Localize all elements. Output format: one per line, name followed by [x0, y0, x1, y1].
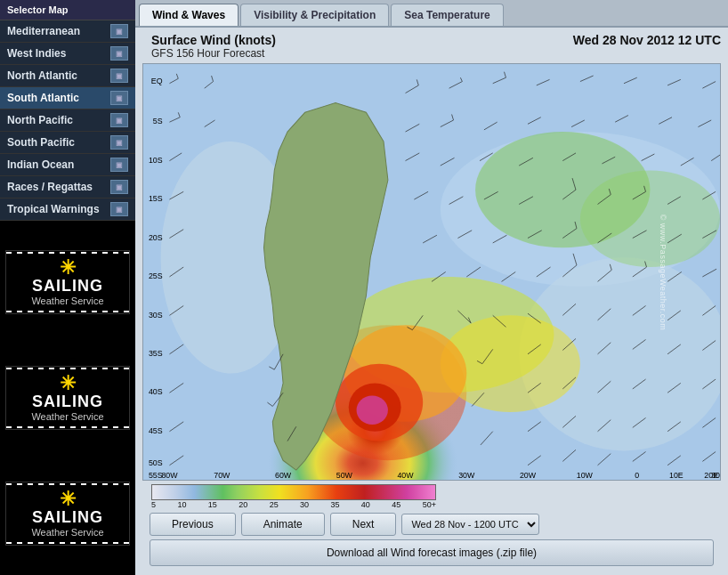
logo-sailing-3: SAILING [32, 509, 103, 527]
watermark: © www.PassageWeather.com [659, 214, 668, 330]
tab-bar: Wind & WavesVisibility & PrecipitationSe… [135, 0, 728, 28]
sidebar-item-label-tropical-warnings: Tropical Warnings [7, 203, 100, 215]
svg-text:45S: 45S [149, 425, 163, 434]
svg-text:60W: 60W [275, 470, 291, 479]
download-button[interactable]: Download all Wind forecast images (.zip … [150, 539, 714, 566]
svg-text:0: 0 [635, 470, 639, 479]
sidebar-header: Selector Map [0, 0, 135, 20]
sidebar-item-label-south-atlantic: South Atlantic [7, 92, 79, 104]
forecast-select[interactable]: Wed 28 Nov - 1200 UTC [401, 514, 539, 535]
tab-sea-temperature[interactable]: Sea Temperature [391, 4, 504, 26]
sidebar-item-icon-tropical-warnings: ▣ [110, 202, 128, 216]
sidebar-item-west-indies[interactable]: West Indies▣ [0, 43, 135, 65]
logo-divider-top-2 [6, 368, 129, 369]
map-container: Surface Wind (knots) GFS 156 Hour Foreca… [135, 28, 728, 575]
logo-divider-bot-3 [6, 542, 129, 544]
sidebar-item-icon-south-pacific: ▣ [110, 135, 128, 150]
sidebar-item-icon-mediterranean: ▣ [110, 24, 128, 38]
svg-text:10S: 10S [149, 155, 163, 164]
logo-3: ✳ SAILING Weather Service [5, 482, 130, 546]
svg-text:35S: 35S [149, 349, 163, 358]
sidebar-item-races-regattas[interactable]: Races / Regattas▣ [0, 176, 135, 198]
svg-text:50S: 50S [149, 458, 163, 466]
legend-num: 5 [151, 500, 156, 509]
legend-num: 15 [208, 500, 217, 509]
svg-text:10E: 10E [669, 470, 684, 479]
logo-weather-1: Weather Service [31, 296, 103, 306]
legend-gradient [151, 484, 436, 500]
sidebar-item-south-pacific[interactable]: South Pacific▣ [0, 132, 135, 154]
map-header: Surface Wind (knots) GFS 156 Hour Foreca… [142, 31, 721, 61]
logo-symbol-2: ✳ [60, 374, 76, 393]
svg-text:70W: 70W [214, 470, 230, 479]
animate-button[interactable]: Animate [241, 513, 325, 536]
logo-1: ✳ SAILING Weather Service [5, 250, 130, 314]
sidebar-item-icon-races-regattas: ▣ [110, 180, 128, 194]
svg-text:55S: 55S [149, 470, 163, 479]
sidebar-item-mediterranean[interactable]: Mediterranean▣ [0, 20, 135, 43]
sidebar: Selector Map Mediterranean▣West Indies▣N… [0, 0, 135, 575]
main-content: Wind & WavesVisibility & PrecipitationSe… [135, 0, 728, 575]
map-datetime: Wed 28 Nov 2012 12 UTC [573, 33, 721, 47]
sidebar-item-label-races-regattas: Races / Regattas [7, 181, 93, 193]
legend-wrapper: 5101520253035404550+ [142, 482, 721, 509]
legend-num: 10 [177, 500, 186, 509]
sidebar-item-indian-ocean[interactable]: Indian Ocean▣ [0, 154, 135, 176]
legend-num: 50+ [423, 500, 436, 509]
sidebar-item-icon-north-pacific: ▣ [110, 113, 128, 127]
logo-2: ✳ SAILING Weather Service [5, 366, 130, 430]
sidebar-item-label-south-pacific: South Pacific [7, 136, 75, 149]
sidebar-item-south-atlantic[interactable]: South Atlantic▣ [0, 87, 135, 109]
map-subtitle: GFS 156 Hour Forecast [151, 47, 276, 60]
sidebar-item-label-north-atlantic: North Atlantic [7, 69, 77, 82]
legend-num: 45 [392, 500, 400, 509]
svg-text:30W: 30W [458, 470, 474, 479]
logo-weather-2: Weather Service [31, 411, 103, 422]
logo-symbol-3: ✳ [60, 490, 76, 509]
tab-wind---waves[interactable]: Wind & Waves [139, 4, 239, 26]
sidebar-item-label-indian-ocean: Indian Ocean [7, 158, 74, 171]
sidebar-item-label-west-indies: West Indies [7, 47, 66, 60]
logo-divider-top-1 [6, 252, 129, 254]
weather-map: EQ 5S 10S 15S 20S 25S 30S 35S 40S 45S 50… [142, 63, 721, 481]
tab-visibility---precipitation[interactable]: Visibility & Precipitation [240, 4, 389, 26]
legend-num: 20 [239, 500, 247, 509]
svg-text:5S: 5S [153, 117, 163, 126]
sidebar-item-north-atlantic[interactable]: North Atlantic▣ [0, 65, 135, 87]
svg-text:25S: 25S [149, 271, 163, 280]
svg-text:EQ: EQ [151, 76, 163, 85]
sidebar-items-container: Mediterranean▣West Indies▣North Atlantic… [0, 20, 135, 221]
logo-symbol-1: ✳ [60, 258, 76, 278]
map-title-block: Surface Wind (knots) GFS 156 Hour Foreca… [151, 33, 276, 60]
map-title: Surface Wind (knots) [151, 33, 276, 47]
sidebar-item-icon-south-atlantic: ▣ [110, 91, 128, 105]
svg-text:20S: 20S [149, 232, 163, 241]
logo-divider-top-3 [6, 483, 129, 485]
svg-text:30S: 30S [149, 310, 163, 319]
svg-text:30E: 30E [711, 470, 720, 479]
previous-button[interactable]: Previous [150, 513, 236, 536]
sidebar-item-tropical-warnings[interactable]: Tropical Warnings▣ [0, 198, 135, 221]
next-button[interactable]: Next [330, 513, 397, 536]
svg-point-13 [357, 396, 388, 425]
legend-num: 30 [300, 500, 309, 509]
logo-weather-3: Weather Service [31, 527, 103, 538]
legend-num: 35 [330, 500, 339, 509]
controls: Previous Animate Next Wed 28 Nov - 1200 … [142, 509, 721, 539]
svg-text:80W: 80W [161, 470, 177, 479]
sidebar-item-north-pacific[interactable]: North Pacific▣ [0, 109, 135, 132]
legend-row [151, 484, 712, 500]
logo-divider-bot-1 [6, 311, 129, 312]
map-svg: EQ 5S 10S 15S 20S 25S 30S 35S 40S 45S 50… [143, 64, 720, 480]
legend-num: 40 [361, 500, 370, 509]
svg-text:15S: 15S [149, 194, 163, 203]
sidebar-logos: ✳ SAILING Weather Service ✳ SAILING Weat… [0, 221, 135, 575]
logo-sailing-2: SAILING [32, 393, 103, 411]
svg-text:40W: 40W [397, 470, 413, 479]
sidebar-item-label-north-pacific: North Pacific [7, 114, 73, 126]
sidebar-item-icon-north-atlantic: ▣ [110, 69, 128, 83]
svg-text:50W: 50W [336, 470, 352, 479]
legend-numbers: 5101520253035404550+ [151, 500, 436, 509]
sidebar-item-icon-west-indies: ▣ [110, 46, 128, 61]
svg-point-5 [580, 170, 720, 267]
